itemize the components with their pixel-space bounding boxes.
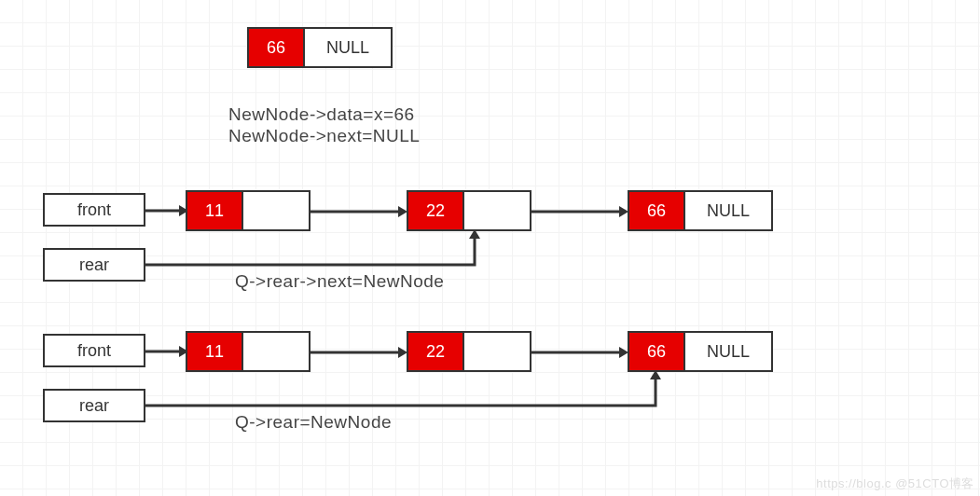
arrow-front-to-n1-r2: [145, 210, 185, 212]
r2-node3-next: NULL: [685, 192, 771, 229]
rear-pointer-box-1: rear: [43, 248, 145, 282]
r2-node3: 66 NULL: [628, 190, 773, 231]
arrow-n2-n3-r3: [530, 351, 625, 353]
r3-node2: 22: [407, 331, 531, 372]
watermark: https://blog.c @51CTO博客: [816, 475, 974, 492]
front-pointer-box-2: front: [43, 334, 145, 367]
svg-marker-13: [650, 370, 661, 379]
r2-node1: 11: [186, 190, 311, 231]
new-node-data: 66: [249, 29, 305, 66]
front-pointer-box-1: front: [43, 193, 145, 227]
r2-node2-next: [464, 192, 530, 229]
r3-node3-data: 66: [629, 333, 685, 370]
caption-r3: Q->rear=NewNode: [235, 412, 392, 433]
caption-newnode-next: NewNode->next=NULL: [228, 126, 420, 146]
r3-node3: 66 NULL: [628, 331, 773, 372]
r2-node3-data: 66: [629, 192, 685, 229]
rear-pointer-box-2: rear: [43, 389, 145, 422]
new-node: 66 NULL: [247, 27, 393, 68]
new-node-next: NULL: [305, 29, 391, 66]
r3-node3-next: NULL: [685, 333, 771, 370]
r3-node2-next: [464, 333, 530, 370]
r3-node1-data: 11: [187, 333, 243, 370]
r3-node1-next: [243, 333, 309, 370]
arrow-rear-to-n3-r3: [145, 372, 668, 411]
front-label-1: front: [77, 200, 111, 220]
r2-node2: 22: [407, 190, 531, 231]
rear-label-1: rear: [79, 255, 109, 275]
caption-r2: Q->rear->next=NewNode: [235, 271, 444, 292]
caption-newnode-data: NewNode->data=x=66: [228, 104, 415, 125]
rear-label-2: rear: [79, 396, 109, 416]
arrow-front-to-n1-r3: [145, 351, 185, 352]
r3-node1: 11: [186, 331, 311, 372]
front-label-2: front: [77, 341, 111, 361]
arrow-n2-n3-r2: [530, 211, 625, 213]
arrow-n1-n2-r2: [309, 211, 404, 213]
r3-node2-data: 22: [408, 333, 464, 370]
r2-node1-next: [243, 192, 309, 229]
arrow-n1-n2-r3: [309, 351, 404, 353]
r2-node1-data: 11: [187, 192, 243, 229]
arrow-rear-to-n2-r2: [145, 231, 490, 270]
r2-node2-data: 22: [408, 192, 464, 229]
svg-marker-6: [469, 229, 480, 239]
